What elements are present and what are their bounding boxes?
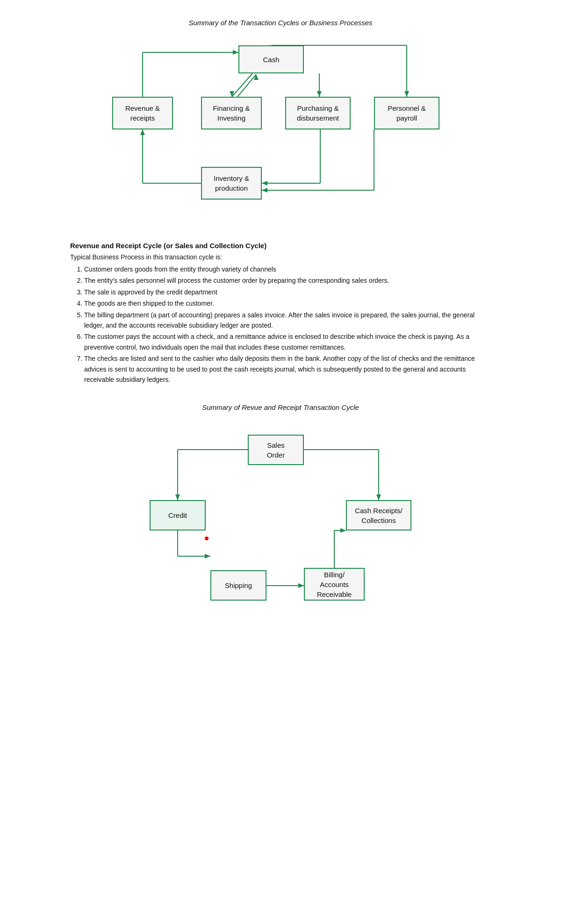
box-personnel: Personnel &payroll xyxy=(374,97,439,129)
list-item: The checks are listed and sent to the ca… xyxy=(84,353,491,385)
box-cash-receipts: Cash Receipts/Collections xyxy=(346,500,411,530)
box-cash: Cash xyxy=(238,45,304,73)
box-credit: Credit xyxy=(150,500,206,530)
svg-marker-2 xyxy=(404,91,409,97)
svg-marker-23 xyxy=(175,494,180,500)
section-intro: Typical Business Process in this transac… xyxy=(70,252,491,262)
svg-marker-14 xyxy=(140,129,145,135)
svg-marker-26 xyxy=(376,494,381,500)
svg-marker-17 xyxy=(262,181,267,186)
box-revenue: Revenue &receipts xyxy=(112,97,173,129)
text-section: Revenue and Receipt Cycle (or Sales and … xyxy=(70,242,491,385)
process-list: Customer orders goods from the entity th… xyxy=(70,264,491,385)
svg-marker-34 xyxy=(340,528,346,533)
box-purchasing: Purchasing &disbursement xyxy=(285,97,351,129)
diagram1-container: Cash Revenue &receipts Financing &Invest… xyxy=(108,41,453,218)
diagram2-container: SalesOrder Credit Cash Receipts/Collecti… xyxy=(136,425,425,622)
box-sales-order: SalesOrder xyxy=(248,435,304,465)
svg-marker-6 xyxy=(230,91,234,97)
list-item: The customer pays the account with a che… xyxy=(84,331,491,352)
svg-marker-11 xyxy=(233,50,238,55)
list-item: The billing department (a part of accoun… xyxy=(84,310,491,331)
diagram1-title: Summary of the Transaction Cycles or Bus… xyxy=(37,19,524,27)
red-dot-indicator xyxy=(205,537,209,540)
svg-marker-29 xyxy=(205,554,210,559)
list-item: Customer orders goods from the entity th… xyxy=(84,264,491,274)
svg-marker-8 xyxy=(254,74,259,80)
svg-marker-31 xyxy=(298,583,304,588)
box-financing: Financing &Investing xyxy=(201,97,262,129)
svg-line-5 xyxy=(232,73,252,97)
list-item: The goods are then shipped to the custom… xyxy=(84,298,491,308)
section-heading: Revenue and Receipt Cycle (or Sales and … xyxy=(70,242,491,250)
box-inventory: Inventory &production xyxy=(201,167,262,200)
box-billing: Billing/AccountsReceivable xyxy=(304,568,365,601)
diagram2-title: Summary of Revue and Receipt Transaction… xyxy=(37,403,524,411)
svg-marker-4 xyxy=(317,91,322,97)
box-shipping: Shipping xyxy=(210,570,266,601)
svg-line-7 xyxy=(237,74,256,97)
list-item: The entity's sales personnel will proces… xyxy=(84,275,491,286)
list-item: The sale is approved by the credit depar… xyxy=(84,287,491,297)
svg-marker-20 xyxy=(262,188,267,193)
